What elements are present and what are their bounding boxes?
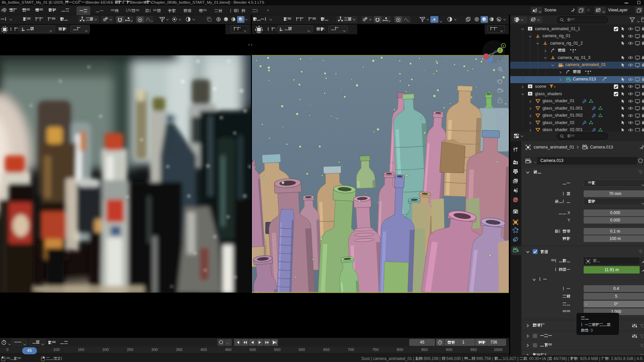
svg-text:Y: Y bbox=[502, 44, 504, 48]
svg-text:Z: Z bbox=[499, 48, 501, 52]
